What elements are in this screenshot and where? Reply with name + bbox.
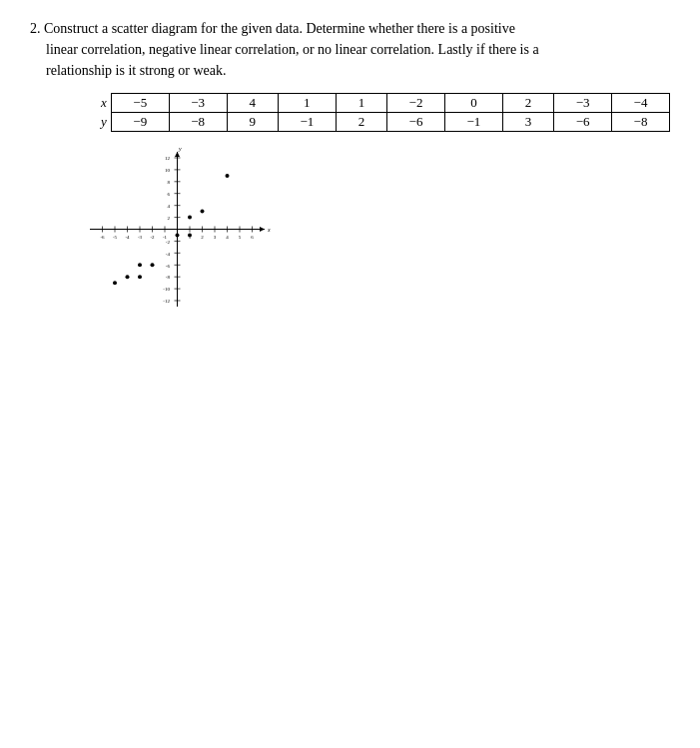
- svg-text:12: 12: [165, 156, 171, 161]
- scatter-chart: -6 -5 -4 -3 -2 -1 1 2 3 4 5 6 x 2 4 6 8 …: [60, 142, 280, 322]
- table-row-y: y −9 −8 9 −1 2 −6 −1 3 −6 −8: [60, 113, 670, 132]
- problem-container: 2. Construct a scatter diagram for the g…: [30, 18, 670, 322]
- svg-text:-4: -4: [166, 252, 171, 257]
- y-val-4: 2: [336, 113, 386, 132]
- svg-text:-8: -8: [166, 275, 171, 280]
- svg-text:6: 6: [168, 192, 171, 197]
- scatter-point-4: [188, 216, 192, 220]
- chart-svg: -6 -5 -4 -3 -2 -1 1 2 3 4 5 6 x 2 4 6 8 …: [60, 142, 280, 322]
- y-val-9: −8: [612, 113, 670, 132]
- x-val-0: −5: [111, 94, 169, 113]
- svg-text:-6: -6: [166, 264, 171, 269]
- scatter-point-1: [138, 275, 142, 279]
- svg-text:-10: -10: [163, 287, 170, 292]
- y-label: y: [60, 113, 111, 132]
- x-label: x: [60, 94, 111, 113]
- svg-text:-2: -2: [150, 235, 155, 240]
- scatter-point-7: [201, 210, 205, 214]
- x-val-2: 4: [227, 94, 278, 113]
- y-val-3: −1: [278, 113, 336, 132]
- svg-marker-2: [260, 227, 265, 232]
- svg-text:6: 6: [251, 235, 254, 240]
- problem-line2: linear correlation, negative linear corr…: [46, 42, 539, 57]
- svg-text:5: 5: [239, 235, 242, 240]
- svg-text:-12: -12: [163, 299, 170, 304]
- svg-text:-5: -5: [113, 235, 118, 240]
- svg-text:-4: -4: [125, 235, 130, 240]
- problem-line3: relationship is it strong or weak.: [46, 63, 226, 78]
- x-val-4: 1: [336, 94, 386, 113]
- x-val-9: −4: [612, 94, 670, 113]
- svg-text:4: 4: [226, 235, 229, 240]
- svg-text:2: 2: [168, 216, 171, 221]
- svg-text:-2: -2: [166, 240, 171, 245]
- svg-text:y: y: [178, 146, 182, 152]
- x-val-7: 2: [502, 94, 553, 113]
- svg-text:10: 10: [165, 168, 171, 173]
- svg-marker-3: [175, 152, 180, 157]
- scatter-point-3: [188, 234, 192, 238]
- x-val-5: −2: [387, 94, 445, 113]
- scatter-point-8: [138, 263, 142, 267]
- x-val-6: 0: [444, 94, 502, 113]
- x-val-3: 1: [278, 94, 336, 113]
- svg-text:2: 2: [201, 235, 204, 240]
- scatter-point-6: [176, 234, 180, 238]
- y-val-7: 3: [502, 113, 553, 132]
- svg-text:4: 4: [168, 204, 171, 209]
- y-val-8: −6: [554, 113, 612, 132]
- y-val-1: −8: [169, 113, 227, 132]
- scatter-point-9: [126, 275, 130, 279]
- scatter-point-2: [226, 174, 230, 178]
- problem-number: 2.: [30, 21, 41, 36]
- table-row-x: x −5 −3 4 1 1 −2 0 2 −3 −4: [60, 94, 670, 113]
- data-table: x −5 −3 4 1 1 −2 0 2 −3 −4 y −9 −8 9 −1 …: [60, 93, 670, 132]
- y-val-6: −1: [444, 113, 502, 132]
- y-val-0: −9: [111, 113, 169, 132]
- svg-text:-3: -3: [138, 235, 143, 240]
- problem-text: 2. Construct a scatter diagram for the g…: [30, 18, 670, 81]
- scatter-point-5: [151, 263, 155, 267]
- svg-text:-6: -6: [100, 235, 105, 240]
- scatter-point-0: [113, 281, 117, 285]
- svg-text:3: 3: [214, 235, 217, 240]
- y-val-2: 9: [227, 113, 278, 132]
- svg-text:8: 8: [168, 180, 171, 185]
- x-val-1: −3: [169, 94, 227, 113]
- y-val-5: −6: [387, 113, 445, 132]
- problem-line1: Construct a scatter diagram for the give…: [44, 21, 515, 36]
- svg-text:x: x: [267, 227, 271, 233]
- x-val-8: −3: [554, 94, 612, 113]
